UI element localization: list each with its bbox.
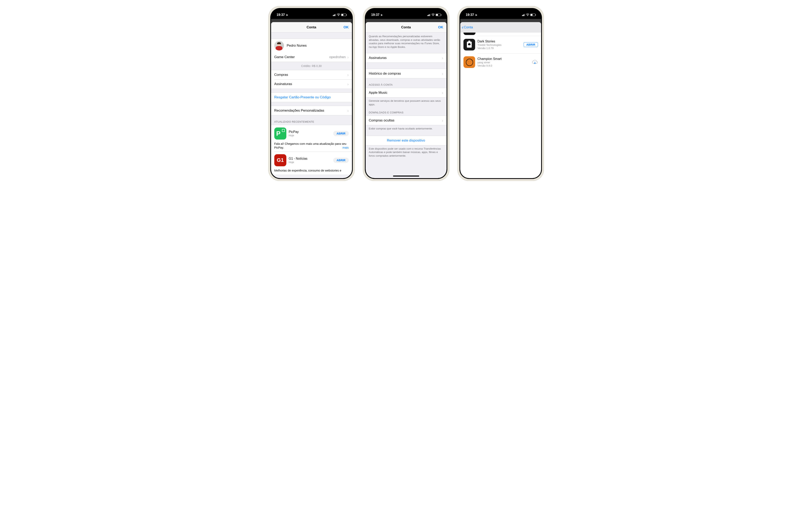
status-time: 19:37 xyxy=(371,13,379,17)
remove-device-footer: Este dispositivo pode ser usado com o re… xyxy=(366,145,447,157)
updated-recently-header: ATUALIZADO RECENTEMENTE xyxy=(271,116,352,125)
nav-header: ‹ Conta xyxy=(460,22,541,33)
app-developer: Treebit Technologies xyxy=(478,43,521,46)
done-button[interactable]: OK xyxy=(344,25,349,29)
app-icon-champion-smart xyxy=(463,56,475,68)
account-access-header: ACESSO À CONTA xyxy=(366,78,447,88)
wifi-icon xyxy=(337,14,340,16)
app-name: Dark Stories xyxy=(478,40,521,43)
location-arrow-icon: ➤ xyxy=(380,14,383,16)
phone-frame-1: 19:37 ➤ Conta OK xyxy=(268,6,355,181)
signal-icon xyxy=(522,14,525,16)
app-row-champion-smart[interactable]: Champion Smart yang ximei Versão 9.8.0 xyxy=(460,54,541,71)
app-row-dark-stories[interactable]: Dark Stories Treebit Technologies Versão… xyxy=(460,36,541,53)
app-icon-g1: G1 xyxy=(274,154,286,166)
chevron-left-icon: ‹ xyxy=(462,25,463,30)
open-button[interactable]: ABRIR xyxy=(333,131,349,136)
open-button[interactable]: ABRIR xyxy=(524,42,538,47)
avatar xyxy=(274,41,284,50)
app-name: G1 - Notícias xyxy=(289,157,331,161)
app-icon-dark-stories xyxy=(463,39,475,50)
download-cloud-icon[interactable] xyxy=(532,60,538,64)
nav-header: Conta OK xyxy=(366,22,447,33)
app-subtitle: Hoje xyxy=(289,134,331,137)
app-description: Melhorias de experiência, consumo de web… xyxy=(271,169,352,175)
app-subtitle: Hoje xyxy=(289,161,331,164)
notch xyxy=(292,8,331,14)
nav-header: Conta OK xyxy=(271,22,352,33)
game-center-value: opedrohen xyxy=(330,55,346,59)
more-link[interactable]: mais xyxy=(343,146,349,150)
battery-icon xyxy=(530,14,536,16)
phone-frame-2: 19:37 ➤ Conta OK Quando as Recomendaçõ xyxy=(363,6,449,181)
done-button[interactable]: OK xyxy=(438,25,443,29)
downloads-purchases-header: DOWNLOADS E COMPRAS xyxy=(366,106,447,116)
subscriptions-row[interactable]: Assinaturas › xyxy=(271,79,352,89)
chevron-right-icon: › xyxy=(442,90,443,95)
status-time: 19:37 xyxy=(466,13,474,17)
app-description: Fala aí! Chegamos com mais uma atualizaç… xyxy=(271,142,352,152)
battery-icon xyxy=(436,14,441,16)
battery-icon xyxy=(341,14,346,16)
signal-icon xyxy=(427,14,431,16)
app-version: Versão 1.0.79 xyxy=(478,47,521,50)
location-arrow-icon: ➤ xyxy=(286,14,288,16)
profile-row[interactable]: Pedro Nunes xyxy=(271,39,352,52)
home-indicator[interactable] xyxy=(393,176,419,177)
open-button[interactable]: ABRIR xyxy=(333,157,349,163)
remove-device-button[interactable]: Remover este dispositivo xyxy=(366,136,447,145)
location-arrow-icon: ➤ xyxy=(475,14,477,16)
page-title: Conta xyxy=(366,25,447,29)
app-icon-picpay: P xyxy=(274,127,286,139)
hidden-purchases-footer: Exibir compras que você havia ocultado a… xyxy=(366,125,447,131)
status-time: 19:37 xyxy=(277,13,285,17)
back-button[interactable]: ‹ Conta xyxy=(462,25,473,30)
app-version: Versão 9.8.0 xyxy=(478,64,530,67)
game-center-row[interactable]: Game Center opedrohen› xyxy=(271,52,352,62)
personalized-recommendations-row[interactable]: Recomendações Personalizadas › xyxy=(271,106,352,115)
chevron-right-icon: › xyxy=(347,55,349,60)
account-access-footer: Gerencie serviços de terceiros que possu… xyxy=(366,97,447,106)
redeem-row[interactable]: Resgatar Cartão-Presente ou Código xyxy=(271,93,352,102)
app-name: PicPay xyxy=(289,130,331,134)
subscriptions-row[interactable]: Assinaturas › xyxy=(366,53,447,62)
profile-name: Pedro Nunes xyxy=(287,44,307,48)
chevron-right-icon: › xyxy=(442,71,443,76)
phone-frame-3: 19:37 ➤ ‹ Conta xyxy=(458,6,544,181)
recommendations-footer: Quando as Recomendações personalizadas e… xyxy=(366,33,447,49)
wifi-icon xyxy=(526,14,529,16)
chevron-right-icon: › xyxy=(347,108,349,113)
chevron-right-icon: › xyxy=(442,118,443,123)
game-center-label: Game Center xyxy=(274,55,295,59)
app-row-picpay[interactable]: P PicPay Hoje ABRIR xyxy=(271,125,352,142)
app-icon-partial xyxy=(463,33,476,35)
purchases-row[interactable]: Compras › xyxy=(271,70,352,79)
chevron-right-icon: › xyxy=(347,73,349,77)
signal-icon xyxy=(333,14,336,16)
notch xyxy=(387,8,425,14)
notch xyxy=(481,8,520,14)
chevron-right-icon: › xyxy=(442,56,443,60)
credit-label: Crédito: R$ 0,30 xyxy=(271,62,352,70)
purchase-history-row[interactable]: Histórico de compras › xyxy=(366,69,447,78)
app-developer: yang ximei xyxy=(478,61,530,64)
app-name: Champion Smart xyxy=(478,57,530,61)
wifi-icon xyxy=(432,14,435,16)
hidden-purchases-row[interactable]: Compras ocultas › xyxy=(366,116,447,125)
page-title: Conta xyxy=(271,25,352,29)
app-row-g1[interactable]: G1 G1 - Notícias Hoje ABRIR xyxy=(271,152,352,169)
chevron-right-icon: › xyxy=(347,82,349,87)
apple-music-row[interactable]: Apple Music › xyxy=(366,88,447,97)
